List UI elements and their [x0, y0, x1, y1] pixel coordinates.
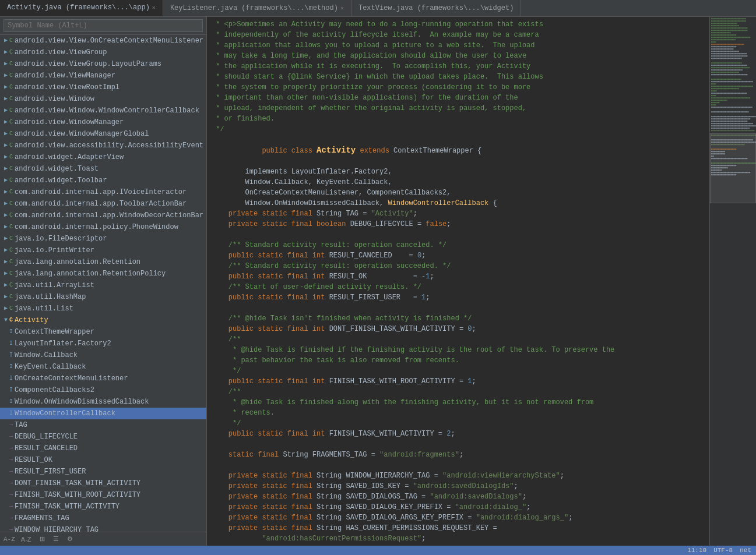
tree-label: RESULT_FIRST_USER	[15, 466, 86, 477]
tree-container[interactable]: ▶ C android.view.View.OnCreateContextMen…	[0, 35, 206, 532]
list-item[interactable]: ▶ C java.util.List	[0, 303, 206, 314]
list-item[interactable]: ▶ C android.view.Window.WindowController…	[0, 105, 206, 116]
expand-icon: ▶	[2, 152, 9, 162]
list-item[interactable]: ▶ C java.lang.annotation.RetentionPolicy	[0, 268, 206, 280]
code-line: * the system to properly prioritize your…	[212, 82, 709, 93]
tree-label: OnCreateContextMenuListener	[15, 373, 128, 384]
code-line: private static final boolean DEBUG_LIFEC…	[212, 219, 709, 229]
tab-bar: Activity.java (frameworks\...\app) ✕ Key…	[0, 0, 756, 17]
list-item[interactable]: I LayoutInflater.Factory2	[0, 338, 206, 349]
code-line: * <p>Sometimes an Activity may need to d…	[212, 19, 709, 30]
expand-icon: ▶	[2, 199, 9, 209]
field-icon: →	[9, 455, 13, 465]
list-item[interactable]: ▶ C android.widget.Toast	[0, 163, 206, 175]
list-item[interactable]: ▶ C android.widget.AdapterView	[0, 151, 206, 163]
list-item[interactable]: I ComponentCallbacks2	[0, 384, 206, 396]
bottom-toolbar: A-Z A-Z ⊞ ☰ ⚙	[0, 532, 206, 546]
close-icon[interactable]: ✕	[340, 5, 344, 12]
tree-label: java.util.List	[15, 303, 73, 314]
list-item[interactable]: ▶ C android.view.WindowManager	[0, 116, 206, 128]
sidebar-item-window-controller-callback[interactable]: I WindowControllerCallback	[0, 408, 206, 419]
status-bar: 11:10 UTF-8 net	[0, 546, 756, 555]
code-line: * should start a {@link Service} in whic…	[212, 72, 709, 82]
code-line: /**	[212, 387, 709, 397]
list-item[interactable]: ▶ C android.view.ViewManager	[0, 70, 206, 82]
class-icon: C	[9, 245, 13, 256]
code-line: * application that allows you to upload …	[212, 40, 709, 51]
list-item[interactable]: I KeyEvent.Callback	[0, 361, 206, 373]
list-item[interactable]: I Window.OnWindowDismissedCallback	[0, 396, 206, 408]
code-line: /** Standard activity result: operation …	[212, 240, 709, 250]
code-line: */	[212, 124, 709, 135]
tab-activity-java[interactable]: Activity.java (frameworks\...\app) ✕	[0, 0, 163, 16]
list-item[interactable]: → DONT_FINISH_TASK_WITH_ACTIVITY	[0, 478, 206, 489]
list-item[interactable]: ▶ C java.lang.annotation.Retention	[0, 256, 206, 268]
list-item[interactable]: ▶ C android.view.ViewRootImpl	[0, 82, 206, 93]
tree-label: RESULT_CANCELED	[15, 443, 78, 454]
list-item[interactable]: ▶ C android.view.ViewGroup.LayoutParams	[0, 58, 206, 70]
tree-label: DONT_FINISH_TASK_WITH_ACTIVITY	[15, 478, 140, 489]
code-line	[212, 460, 709, 471]
minimap-viewport	[710, 133, 756, 203]
tab-textview-java[interactable]: TextView.java (frameworks\...\widget)	[351, 0, 521, 16]
tree-label: Window.Callback	[15, 350, 78, 360]
code-line: public static final int RESULT_CANCELED …	[212, 250, 709, 261]
code-line: "android:hasCurrentPermissionsRequest";	[212, 533, 709, 544]
list-item[interactable]: ▶ C android.view.Window	[0, 93, 206, 105]
list-item[interactable]: ▶ C android.view.View.OnCreateContextMen…	[0, 35, 206, 47]
toggle-list-button[interactable]: ☰	[51, 534, 61, 544]
sidebar-item-activity[interactable]: ▼ C Activity	[0, 314, 206, 326]
list-item[interactable]: → FINISH_TASK_WITH_ACTIVITY	[0, 501, 206, 512]
code-line	[212, 229, 709, 240]
list-item[interactable]: ▶ C com.android.internal.app.ToolbarActi…	[0, 198, 206, 210]
list-item[interactable]: I ContextThemeWrapper	[0, 326, 206, 338]
list-item[interactable]: → FINISH_TASK_WITH_ROOT_ACTIVITY	[0, 489, 206, 501]
sort-az-button[interactable]: A-Z	[19, 535, 34, 544]
interface-icon: I	[9, 362, 13, 372]
list-item[interactable]: → RESULT_FIRST_USER	[0, 466, 206, 478]
search-input[interactable]	[3, 19, 203, 32]
toggle-grid-button[interactable]: ⊞	[37, 534, 47, 544]
list-item[interactable]: ▶ C java.io.PrintWriter	[0, 245, 206, 256]
sidebar-item-window-callback[interactable]: I Window.Callback	[0, 349, 206, 361]
class-icon: C	[9, 140, 13, 151]
tree-label: com.android.internal.app.IVoiceInteracto…	[15, 187, 187, 197]
settings-button[interactable]: ⚙	[65, 534, 75, 544]
tab-textview-label: TextView.java (frameworks\...\widget)	[358, 4, 514, 12]
code-editor[interactable]: * <p>Sometimes an Activity may need to d…	[207, 17, 709, 546]
list-item[interactable]: ▶ C android.view.ViewGroup	[0, 47, 206, 58]
list-item[interactable]: ▶ C android.view.accessibility.Accessibi…	[0, 140, 206, 151]
expand-icon: ▶	[2, 234, 9, 244]
class-icon: C	[9, 59, 13, 69]
list-item[interactable]: ▶ C java.io.FileDescriptor	[0, 233, 206, 245]
list-item[interactable]: → WINDOW_HIERARCHY_TAG	[0, 524, 206, 532]
field-icon: →	[9, 513, 13, 524]
close-icon[interactable]: ✕	[152, 4, 156, 11]
list-item[interactable]: → RESULT_OK	[0, 454, 206, 466]
list-item[interactable]: → TAG	[0, 419, 206, 431]
list-item[interactable]: ▶ C java.util.HashMap	[0, 291, 206, 303]
interface-icon: I	[9, 408, 13, 419]
list-item[interactable]: I OnCreateContextMenuListener	[0, 373, 206, 384]
code-line: private static final String TAG = "Activ…	[212, 208, 709, 219]
expand-icon: ▶	[2, 303, 9, 314]
list-item[interactable]: → DEBUG_LIFECYCLE	[0, 431, 206, 443]
list-item[interactable]: ▶ C android.widget.Toolbar	[0, 175, 206, 186]
list-item[interactable]: ▶ C java.util.ArrayList	[0, 280, 206, 291]
interface-icon: I	[9, 373, 13, 384]
status-line-ending: net	[740, 547, 751, 554]
list-item[interactable]: ▶ C com.android.internal.app.WindowDecor…	[0, 210, 206, 221]
list-item[interactable]: ▶ C android.view.WindowManagerGlobal	[0, 128, 206, 140]
list-item[interactable]: → RESULT_CANCELED	[0, 443, 206, 454]
tab-keylistener-java[interactable]: KeyListener.java (frameworks\...\method)…	[163, 0, 351, 16]
tree-label: android.view.ViewManager	[15, 70, 115, 81]
code-line: public static final int RESULT_OK = -1;	[212, 271, 709, 282]
field-icon: →	[9, 466, 13, 477]
expand-icon: ▶	[2, 59, 9, 69]
code-line	[212, 303, 709, 313]
tree-label: Window.OnWindowDismissedCallback	[15, 397, 149, 407]
code-line: * upload, independent of whether the ori…	[212, 103, 709, 114]
list-item[interactable]: ▶ C com.android.internal.policy.PhoneWin…	[0, 221, 206, 233]
list-item[interactable]: → FRAGMENTS_TAG	[0, 512, 206, 524]
list-item[interactable]: ▶ C com.android.internal.app.IVoiceInter…	[0, 186, 206, 198]
